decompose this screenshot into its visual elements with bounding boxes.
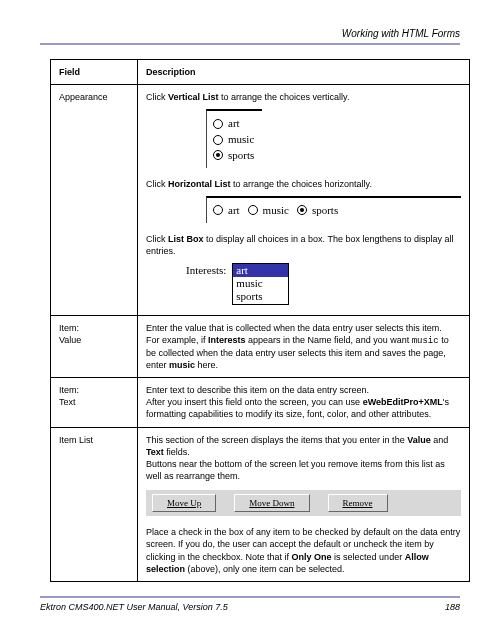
listbox-illustration: Interests: art music sports — [186, 263, 461, 305]
page-footer: Ektron CMS400.NET User Manual, Version 7… — [40, 596, 460, 612]
text-bold: Only One — [292, 552, 332, 562]
text-bold: List Box — [168, 234, 204, 244]
text: fields. — [164, 447, 190, 457]
text: to arrange the choices vertically. — [219, 92, 350, 102]
description-cell: Enter the value that is collected when t… — [138, 315, 470, 378]
text: here. — [195, 360, 218, 370]
text: Enter the value that is collected when t… — [146, 322, 461, 334]
radio-label: sports — [312, 203, 338, 218]
table-header-row: Field Description — [51, 60, 470, 85]
radio-icon-selected — [213, 150, 223, 160]
text-bold: Interests — [208, 335, 246, 345]
header-rule — [40, 43, 460, 45]
radio-icon — [213, 135, 223, 145]
field-cell: Item: Text — [51, 378, 138, 427]
text: After you insert this field onto the scr… — [146, 397, 363, 407]
table-row: Item: Value Enter the value that is coll… — [51, 315, 470, 378]
move-down-button: Move Down — [234, 494, 309, 512]
vertical-list-illustration: art music sports — [206, 109, 461, 168]
field-cell: Appearance — [51, 85, 138, 316]
text: Click — [146, 92, 168, 102]
text: Click — [146, 234, 168, 244]
text: Enter text to describe this item on the … — [146, 384, 461, 396]
footer-page-number: 188 — [445, 602, 460, 612]
listbox-option: sports — [233, 290, 288, 303]
description-cell: Enter text to describe this item on the … — [138, 378, 470, 427]
col-header-description: Description — [138, 60, 470, 85]
table-row: Appearance Click Vertical List to arrang… — [51, 85, 470, 316]
section-header: Working with HTML Forms — [40, 28, 460, 39]
text-bold: eWebEditPro+XML — [363, 397, 443, 407]
field-cell: Item: Value — [51, 315, 138, 378]
col-header-field: Field — [51, 60, 138, 85]
footer-manual-title: Ektron CMS400.NET User Manual, Version 7… — [40, 602, 228, 612]
radio-label: art — [228, 116, 240, 131]
radio-label: music — [263, 203, 289, 218]
listbox-label: Interests: — [186, 263, 226, 278]
radio-icon — [213, 119, 223, 129]
text: (above), only one item can be selected. — [185, 564, 345, 574]
field-cell: Item List — [51, 427, 138, 581]
listbox-option: music — [233, 277, 288, 290]
table-row: Item List This section of the screen dis… — [51, 427, 470, 581]
radio-label: art — [228, 203, 240, 218]
radio-icon — [248, 205, 258, 215]
text: Buttons near the bottom of the screen le… — [146, 458, 461, 482]
move-up-button: Move Up — [152, 494, 216, 512]
horizontal-list-illustration: art music sports — [206, 196, 461, 223]
radio-icon — [213, 205, 223, 215]
text: This section of the screen displays the … — [146, 435, 407, 445]
text-bold: Value — [407, 435, 431, 445]
text-bold: Text — [146, 447, 164, 457]
text: and — [431, 435, 449, 445]
text: appears in the Name field, and you want — [246, 335, 412, 345]
text: is selected under — [332, 552, 405, 562]
text-bold: Vertical List — [168, 92, 219, 102]
button-row-illustration: Move Up Move Down Remove — [146, 490, 461, 516]
description-cell: Click Vertical List to arrange the choic… — [138, 85, 470, 316]
description-cell: This section of the screen displays the … — [138, 427, 470, 581]
listbox-option-selected: art — [233, 264, 288, 277]
radio-label: music — [228, 132, 254, 147]
listbox: art music sports — [232, 263, 289, 305]
remove-button: Remove — [328, 494, 388, 512]
field-description-table: Field Description Appearance Click Verti… — [50, 59, 470, 582]
text-mono: music — [412, 336, 439, 346]
radio-label: sports — [228, 148, 254, 163]
text-bold: music — [169, 360, 195, 370]
text: Click — [146, 179, 168, 189]
text: For example, if — [146, 335, 208, 345]
table-row: Item: Text Enter text to describe this i… — [51, 378, 470, 427]
text: to arrange the choices horizontally. — [231, 179, 372, 189]
radio-icon-selected — [297, 205, 307, 215]
text-bold: Horizontal List — [168, 179, 231, 189]
